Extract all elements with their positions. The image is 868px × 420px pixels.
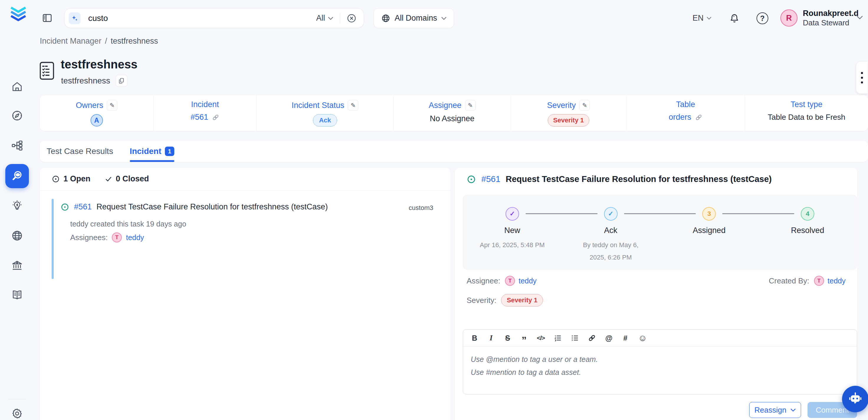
notifications-bell-icon[interactable] bbox=[728, 12, 740, 24]
sidebar-item-insights[interactable] bbox=[11, 200, 23, 212]
help-icon[interactable]: ? bbox=[756, 12, 768, 24]
assignee-name-link[interactable]: teddy bbox=[126, 233, 144, 242]
assignees-label: Assignees: bbox=[70, 233, 107, 242]
incident-detail-panel: #561 Request TestCase Failure Resolution… bbox=[455, 168, 857, 420]
strikethrough-icon[interactable]: S bbox=[504, 333, 512, 343]
sidebar-toggle-icon[interactable] bbox=[41, 12, 53, 24]
breadcrumb-current: testfreshness bbox=[111, 36, 158, 46]
detail-assignee-label: Assignee: bbox=[467, 276, 500, 286]
chatbot-fab[interactable] bbox=[842, 386, 868, 412]
incident-list-panel: 1 Open 0 Closed #561 Request TestCase Fa… bbox=[40, 168, 451, 420]
emoji-icon[interactable]: ☺ bbox=[638, 333, 647, 343]
reassign-button[interactable]: Reassign bbox=[749, 402, 801, 418]
detail-assignee-name[interactable]: teddy bbox=[519, 277, 536, 285]
closed-count[interactable]: 0 Closed bbox=[105, 174, 149, 183]
item-tag: custom3 bbox=[409, 204, 433, 212]
chevron-down-icon bbox=[707, 17, 711, 20]
edit-severity-icon[interactable]: ✎ bbox=[579, 100, 590, 111]
code-icon[interactable]: </> bbox=[537, 333, 545, 343]
assignee-label: Assignee bbox=[429, 101, 461, 110]
sidebar-divider bbox=[8, 399, 26, 399]
bold-icon[interactable]: B bbox=[471, 333, 478, 343]
unordered-list-icon[interactable] bbox=[571, 333, 579, 343]
editor-placeholder-line2: Use #mention to tag a data asset. bbox=[471, 366, 849, 379]
italic-icon[interactable]: I bbox=[487, 333, 495, 343]
link-icon[interactable] bbox=[212, 114, 219, 121]
editor-toolbar: B I S ” </> bbox=[463, 330, 857, 347]
domains-dropdown[interactable]: All Domains bbox=[374, 8, 454, 28]
step-ack-marker: ✓ bbox=[604, 207, 618, 220]
page-subtitle: testfreshness bbox=[61, 76, 110, 86]
breadcrumb: Incident Manager / testfreshness bbox=[40, 36, 158, 46]
created-by-avatar[interactable]: T bbox=[814, 276, 824, 286]
tab-incident[interactable]: Incident 1 bbox=[130, 141, 174, 162]
more-options-kebab-button[interactable] bbox=[856, 61, 868, 94]
robot-icon bbox=[847, 391, 864, 407]
assignee-value: No Assignee bbox=[430, 114, 474, 123]
app-logo-icon[interactable] bbox=[8, 3, 28, 24]
link-icon[interactable] bbox=[588, 333, 596, 343]
step-resolved: 4 Resolved bbox=[758, 195, 857, 269]
table-link[interactable]: orders bbox=[669, 113, 691, 122]
ai-sparkle-icon[interactable] bbox=[69, 12, 81, 24]
search-scope-dropdown[interactable]: All bbox=[316, 13, 333, 23]
sidebar-item-governance[interactable] bbox=[11, 259, 23, 272]
user-menu-chevron-icon[interactable] bbox=[857, 16, 863, 20]
comment-input[interactable]: Use @mention to tag a user or a team. Us… bbox=[463, 347, 857, 386]
hashtag-icon[interactable]: # bbox=[621, 333, 629, 343]
detail-severity-label: Severity: bbox=[467, 296, 496, 305]
incident-number-link[interactable]: #561 bbox=[190, 113, 208, 122]
language-selector[interactable]: EN bbox=[692, 13, 711, 23]
severity-badge: Severity 1 bbox=[548, 114, 590, 126]
search-clear-icon[interactable] bbox=[346, 13, 356, 23]
top-bar: All All Domains EN ? R Rounakpreet.d bbox=[0, 0, 868, 36]
ordered-list-icon[interactable] bbox=[554, 333, 562, 343]
item-id-link[interactable]: #561 bbox=[74, 202, 92, 211]
language-label: EN bbox=[692, 13, 704, 23]
status-badge: Ack bbox=[313, 114, 337, 126]
comment-editor[interactable]: B I S ” </> bbox=[463, 329, 857, 394]
owner-avatar[interactable]: A bbox=[91, 114, 103, 126]
open-count[interactable]: 1 Open bbox=[52, 174, 91, 183]
edit-assignee-icon[interactable]: ✎ bbox=[465, 100, 476, 111]
owners-label: Owners bbox=[76, 101, 103, 110]
link-icon[interactable] bbox=[695, 114, 703, 121]
user-avatar[interactable]: R bbox=[780, 9, 798, 27]
breadcrumb-separator: / bbox=[105, 36, 107, 46]
step-assigned: 3 Assigned bbox=[660, 195, 758, 269]
sidebar-item-lineage[interactable] bbox=[11, 139, 23, 152]
step-connector bbox=[722, 213, 794, 214]
sidebar-item-settings[interactable] bbox=[11, 407, 23, 420]
step-assigned-marker: 3 bbox=[702, 207, 716, 220]
sidebar-item-web[interactable] bbox=[11, 230, 23, 242]
copy-icon[interactable] bbox=[116, 75, 127, 87]
detail-id-link[interactable]: #561 bbox=[481, 174, 500, 184]
open-incident-icon bbox=[60, 203, 69, 211]
created-by-label: Created By: bbox=[769, 276, 809, 286]
edit-owners-icon[interactable]: ✎ bbox=[107, 100, 117, 111]
incident-count-badge: 1 bbox=[165, 147, 174, 156]
detail-assignee-avatar[interactable]: T bbox=[505, 276, 515, 286]
test-type-value: Table Data to be Fresh bbox=[768, 113, 845, 122]
search-input[interactable] bbox=[88, 13, 316, 23]
item-accent-bar bbox=[52, 199, 54, 279]
edit-status-icon[interactable]: ✎ bbox=[348, 100, 358, 111]
severity-label: Severity bbox=[547, 101, 576, 110]
sidebar-item-docs[interactable] bbox=[11, 289, 23, 301]
detail-title: Request TestCase Failure Resolution for … bbox=[506, 174, 772, 184]
assignee-avatar[interactable]: T bbox=[112, 233, 122, 242]
step-resolved-marker: 4 bbox=[801, 207, 814, 220]
mention-icon[interactable]: @ bbox=[605, 333, 613, 343]
sidebar-item-observability[interactable] bbox=[5, 164, 29, 188]
item-meta: teddy created this task 19 days ago bbox=[70, 220, 186, 228]
sidebar-item-discover[interactable] bbox=[11, 110, 23, 122]
incident-label: Incident bbox=[191, 100, 219, 109]
detail-severity-badge: Severity 1 bbox=[501, 294, 543, 306]
tab-test-case-results[interactable]: Test Case Results bbox=[46, 141, 113, 162]
created-by-name[interactable]: teddy bbox=[828, 277, 845, 285]
blockquote-icon[interactable]: ” bbox=[520, 333, 528, 343]
breadcrumb-parent[interactable]: Incident Manager bbox=[40, 36, 101, 46]
sidebar-item-home[interactable] bbox=[11, 81, 23, 93]
chevron-down-icon bbox=[441, 17, 446, 20]
page-title: testfreshness bbox=[61, 58, 137, 71]
